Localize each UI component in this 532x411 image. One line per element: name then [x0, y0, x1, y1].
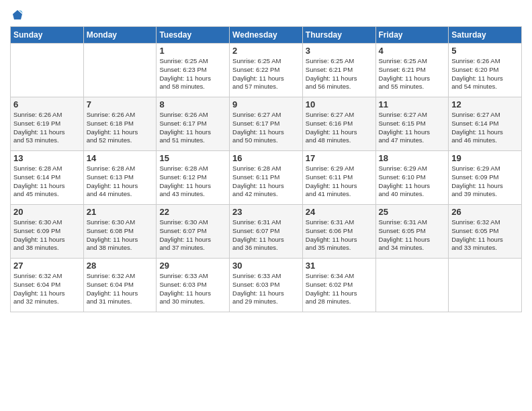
calendar-cell: 23Sunrise: 6:31 AMSunset: 6:07 PMDayligh…	[230, 205, 303, 259]
calendar-cell: 18Sunrise: 6:29 AMSunset: 6:10 PMDayligh…	[375, 151, 449, 205]
cell-info: Sunrise: 6:28 AMSunset: 6:13 PMDaylight:…	[87, 165, 154, 199]
day-number: 30	[232, 261, 300, 271]
cell-info: Sunrise: 6:26 AMSunset: 6:19 PMDaylight:…	[13, 111, 81, 145]
cell-info: Sunrise: 6:33 AMSunset: 6:03 PMDaylight:…	[232, 272, 300, 306]
calendar-cell: 5Sunrise: 6:26 AMSunset: 6:20 PMDaylight…	[449, 44, 522, 97]
day-number: 12	[451, 99, 519, 109]
day-number: 5	[451, 46, 519, 56]
col-header-friday: Friday	[375, 27, 449, 44]
day-number: 14	[87, 153, 154, 163]
day-number: 18	[379, 153, 446, 163]
day-number: 16	[232, 153, 300, 163]
day-number: 23	[232, 207, 300, 217]
calendar-cell: 6Sunrise: 6:26 AMSunset: 6:19 PMDaylight…	[11, 97, 84, 151]
cell-info: Sunrise: 6:34 AMSunset: 6:02 PMDaylight:…	[306, 272, 373, 306]
calendar-cell	[83, 44, 157, 97]
day-number: 1	[159, 46, 226, 56]
day-number: 9	[232, 99, 300, 109]
calendar-cell: 3Sunrise: 6:25 AMSunset: 6:21 PMDaylight…	[302, 44, 375, 97]
cell-info: Sunrise: 6:28 AMSunset: 6:11 PMDaylight:…	[232, 165, 300, 199]
cell-info: Sunrise: 6:33 AMSunset: 6:03 PMDaylight:…	[159, 272, 226, 306]
calendar-cell	[375, 259, 449, 312]
cell-info: Sunrise: 6:29 AMSunset: 6:11 PMDaylight:…	[306, 165, 373, 199]
calendar-cell: 25Sunrise: 6:31 AMSunset: 6:05 PMDayligh…	[375, 205, 449, 259]
cell-info: Sunrise: 6:32 AMSunset: 6:04 PMDaylight:…	[13, 272, 81, 306]
calendar-cell: 27Sunrise: 6:32 AMSunset: 6:04 PMDayligh…	[11, 259, 84, 312]
cell-info: Sunrise: 6:32 AMSunset: 6:05 PMDaylight:…	[451, 218, 519, 253]
day-number: 2	[232, 46, 300, 56]
day-number: 4	[379, 46, 446, 56]
page-container: SundayMondayTuesdayWednesdayThursdayFrid…	[0, 0, 532, 319]
cell-info: Sunrise: 6:29 AMSunset: 6:09 PMDaylight:…	[451, 165, 519, 199]
calendar-cell: 2Sunrise: 6:25 AMSunset: 6:22 PMDaylight…	[230, 44, 303, 97]
calendar-cell: 14Sunrise: 6:28 AMSunset: 6:13 PMDayligh…	[83, 151, 157, 205]
day-number: 10	[306, 99, 373, 109]
cell-info: Sunrise: 6:27 AMSunset: 6:17 PMDaylight:…	[232, 111, 300, 145]
day-number: 20	[13, 207, 81, 217]
calendar-cell: 21Sunrise: 6:30 AMSunset: 6:08 PMDayligh…	[83, 205, 157, 259]
week-row-4: 20Sunrise: 6:30 AMSunset: 6:09 PMDayligh…	[11, 205, 522, 259]
day-number: 19	[451, 153, 519, 163]
cell-info: Sunrise: 6:31 AMSunset: 6:07 PMDaylight:…	[232, 218, 300, 253]
col-header-monday: Monday	[83, 27, 157, 44]
cell-info: Sunrise: 6:28 AMSunset: 6:14 PMDaylight:…	[13, 165, 81, 199]
day-number: 22	[159, 207, 226, 217]
day-number: 31	[306, 261, 373, 271]
calendar-cell: 1Sunrise: 6:25 AMSunset: 6:23 PMDaylight…	[157, 44, 230, 97]
cell-info: Sunrise: 6:30 AMSunset: 6:08 PMDaylight:…	[87, 218, 154, 253]
calendar-cell: 24Sunrise: 6:31 AMSunset: 6:06 PMDayligh…	[302, 205, 375, 259]
day-number: 15	[159, 153, 226, 163]
calendar-cell: 13Sunrise: 6:28 AMSunset: 6:14 PMDayligh…	[11, 151, 84, 205]
calendar-cell: 30Sunrise: 6:33 AMSunset: 6:03 PMDayligh…	[230, 259, 303, 312]
day-number: 13	[13, 153, 81, 163]
cell-info: Sunrise: 6:31 AMSunset: 6:05 PMDaylight:…	[379, 218, 446, 253]
day-number: 17	[306, 153, 373, 163]
calendar-cell: 20Sunrise: 6:30 AMSunset: 6:09 PMDayligh…	[11, 205, 84, 259]
calendar-cell: 11Sunrise: 6:27 AMSunset: 6:15 PMDayligh…	[375, 97, 449, 151]
day-number: 21	[87, 207, 154, 217]
day-number: 26	[451, 207, 519, 217]
calendar-cell: 28Sunrise: 6:32 AMSunset: 6:04 PMDayligh…	[83, 259, 157, 312]
cell-info: Sunrise: 6:25 AMSunset: 6:21 PMDaylight:…	[379, 57, 446, 91]
col-header-tuesday: Tuesday	[157, 27, 230, 44]
day-number: 11	[379, 99, 446, 109]
cell-info: Sunrise: 6:30 AMSunset: 6:07 PMDaylight:…	[159, 218, 226, 253]
calendar-cell: 22Sunrise: 6:30 AMSunset: 6:07 PMDayligh…	[157, 205, 230, 259]
week-row-3: 13Sunrise: 6:28 AMSunset: 6:14 PMDayligh…	[11, 151, 522, 205]
calendar-cell: 29Sunrise: 6:33 AMSunset: 6:03 PMDayligh…	[157, 259, 230, 312]
calendar-cell: 4Sunrise: 6:25 AMSunset: 6:21 PMDaylight…	[375, 44, 449, 97]
day-number: 6	[13, 99, 81, 109]
col-header-saturday: Saturday	[449, 27, 522, 44]
cell-info: Sunrise: 6:30 AMSunset: 6:09 PMDaylight:…	[13, 218, 81, 253]
day-number: 24	[306, 207, 373, 217]
cell-info: Sunrise: 6:25 AMSunset: 6:23 PMDaylight:…	[159, 57, 226, 91]
cell-info: Sunrise: 6:28 AMSunset: 6:12 PMDaylight:…	[159, 165, 226, 199]
cell-info: Sunrise: 6:26 AMSunset: 6:20 PMDaylight:…	[451, 57, 519, 91]
cell-info: Sunrise: 6:31 AMSunset: 6:06 PMDaylight:…	[306, 218, 373, 253]
col-header-wednesday: Wednesday	[230, 27, 303, 44]
day-number: 3	[306, 46, 373, 56]
week-row-1: 1Sunrise: 6:25 AMSunset: 6:23 PMDaylight…	[11, 44, 522, 97]
week-row-5: 27Sunrise: 6:32 AMSunset: 6:04 PMDayligh…	[11, 259, 522, 312]
cell-info: Sunrise: 6:26 AMSunset: 6:17 PMDaylight:…	[159, 111, 226, 145]
calendar-cell: 16Sunrise: 6:28 AMSunset: 6:11 PMDayligh…	[230, 151, 303, 205]
logo	[10, 10, 24, 19]
logo-icon	[11, 9, 24, 21]
day-number: 8	[159, 99, 226, 109]
cell-info: Sunrise: 6:27 AMSunset: 6:15 PMDaylight:…	[379, 111, 446, 145]
col-header-thursday: Thursday	[302, 27, 375, 44]
calendar-cell: 19Sunrise: 6:29 AMSunset: 6:09 PMDayligh…	[449, 151, 522, 205]
calendar-cell	[11, 44, 84, 97]
cell-info: Sunrise: 6:27 AMSunset: 6:16 PMDaylight:…	[306, 111, 373, 145]
calendar-cell: 17Sunrise: 6:29 AMSunset: 6:11 PMDayligh…	[302, 151, 375, 205]
calendar-table: SundayMondayTuesdayWednesdayThursdayFrid…	[10, 26, 522, 312]
day-number: 7	[87, 99, 154, 109]
calendar-cell: 7Sunrise: 6:26 AMSunset: 6:18 PMDaylight…	[83, 97, 157, 151]
calendar-cell: 31Sunrise: 6:34 AMSunset: 6:02 PMDayligh…	[302, 259, 375, 312]
calendar-cell: 15Sunrise: 6:28 AMSunset: 6:12 PMDayligh…	[157, 151, 230, 205]
calendar-cell: 12Sunrise: 6:27 AMSunset: 6:14 PMDayligh…	[449, 97, 522, 151]
cell-info: Sunrise: 6:25 AMSunset: 6:21 PMDaylight:…	[306, 57, 373, 91]
cell-info: Sunrise: 6:25 AMSunset: 6:22 PMDaylight:…	[232, 57, 300, 91]
week-row-2: 6Sunrise: 6:26 AMSunset: 6:19 PMDaylight…	[11, 97, 522, 151]
col-header-sunday: Sunday	[11, 27, 84, 44]
